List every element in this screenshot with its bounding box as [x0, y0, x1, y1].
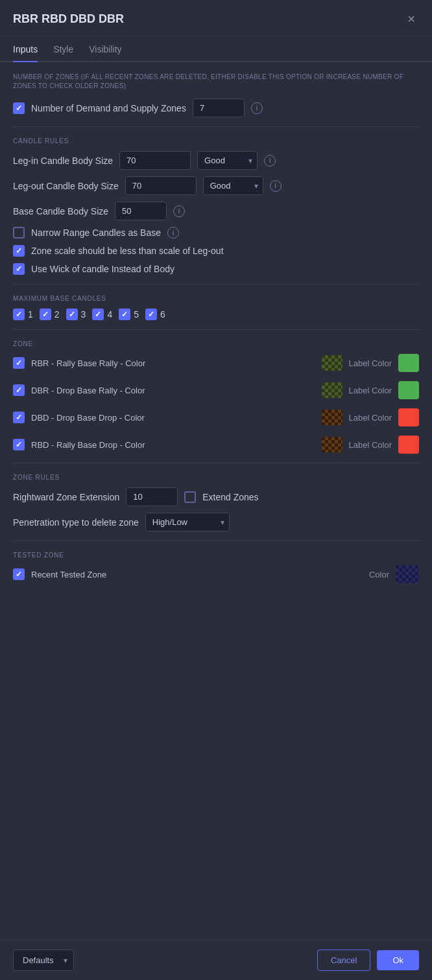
zone-rbd-row: ✓ RBD - Rally Base Drop - Color Label Co… [13, 436, 419, 454]
extend-zones-label: Extend Zones [202, 492, 258, 502]
leg-out-row: Leg-out Candle Body Size Good Great Exce… [13, 176, 419, 195]
tab-inputs[interactable]: Inputs [13, 36, 38, 62]
zone-rbd-label: RBD - Rally Base Drop - Color [31, 440, 315, 450]
cancel-button[interactable]: Cancel [317, 950, 370, 971]
recent-tested-label: Recent Tested Zone [31, 570, 363, 579]
zone-dbd-label-color-swatch[interactable] [398, 408, 419, 426]
zone-rbd-swatch-pattern [322, 437, 342, 452]
divider-3 [13, 329, 419, 330]
zones-count-info-icon[interactable]: i [251, 102, 263, 114]
rightward-row: Rightward Zone Extension Extend Zones [13, 487, 419, 506]
candle-6-checkbox[interactable]: ✓ [145, 309, 157, 320]
candle-numbers-row: ✓ 1 ✓ 2 ✓ 3 ✓ 4 [13, 309, 419, 320]
leg-out-select-wrap: Good Great Excellent [203, 176, 263, 195]
defaults-button[interactable]: Defaults [13, 950, 74, 971]
zone-scale-row: ✓ Zone scale should be less than scale o… [13, 245, 419, 257]
tabs-bar: Inputs Style Visibility [0, 36, 432, 62]
leg-in-select[interactable]: Good Great Excellent [197, 151, 258, 170]
candle-3-checkbox[interactable]: ✓ [66, 309, 78, 320]
base-candle-label: Base Candle Body Size [13, 206, 108, 216]
leg-out-select[interactable]: Good Great Excellent [203, 176, 263, 195]
divider-2 [13, 284, 419, 285]
leg-out-info-icon[interactable]: i [270, 180, 282, 192]
candle-3-label: 3 [81, 309, 86, 320]
zone-rbr-label-color-swatch[interactable] [398, 354, 419, 372]
zone-rbd-swatch[interactable] [322, 437, 342, 452]
tab-style[interactable]: Style [53, 36, 73, 62]
use-wick-checkmark: ✓ [16, 265, 22, 273]
penetration-row: Penetration type to delete zone High/Low… [13, 513, 419, 531]
tab-visibility[interactable]: Visibility [89, 36, 121, 62]
zone-dbd-label-color-text: Label Color [349, 413, 392, 423]
candle-5-label: 5 [134, 309, 139, 320]
base-candle-info-icon[interactable]: i [173, 205, 185, 217]
penetration-label: Penetration type to delete zone [13, 517, 139, 528]
candle-2-checkbox[interactable]: ✓ [40, 309, 51, 320]
rightward-input[interactable] [126, 487, 178, 506]
candle-num-5: ✓ 5 [119, 309, 139, 320]
zone-dbr-checkbox[interactable]: ✓ [13, 384, 25, 396]
zones-count-label: Number of Demand and Supply Zones [31, 103, 186, 113]
rightward-label: Rightward Zone Extension [13, 492, 119, 502]
zone-dbd-swatch[interactable] [322, 410, 342, 425]
candle-num-1: ✓ 1 [13, 309, 33, 320]
candle-rules-label: CANDLE RULES [13, 137, 419, 145]
use-wick-checkbox[interactable]: ✓ [13, 263, 25, 275]
candle-5-checkbox[interactable]: ✓ [119, 309, 130, 320]
recent-tested-checkbox[interactable]: ✓ [13, 568, 25, 580]
zones-notice: NUMBER OF ZONES (IF ALL RECENT ZONES ARE… [13, 73, 419, 91]
base-candle-input[interactable] [115, 202, 167, 220]
candle-num-2: ✓ 2 [40, 309, 60, 320]
leg-in-input[interactable] [119, 151, 191, 170]
zone-rbd-label-color-swatch[interactable] [398, 436, 419, 454]
zone-rbr-label: RBR - Rally Base Rally - Color [31, 358, 315, 368]
zone-dbd-swatch-pattern [322, 410, 342, 425]
leg-in-select-wrap: Good Great Excellent [197, 151, 258, 170]
zone-dbd-checkbox[interactable]: ✓ [13, 412, 25, 423]
zone-dbr-label-color-swatch[interactable] [398, 381, 419, 399]
close-button[interactable]: × [403, 10, 419, 28]
zones-count-checkbox[interactable]: ✓ [13, 102, 25, 114]
zone-rbr-swatch[interactable] [322, 355, 342, 371]
recent-tested-color-text: Color [369, 570, 389, 579]
zone-scale-label: Zone scale should be less than scale of … [31, 246, 224, 256]
zone-rbd-label-color-text: Label Color [349, 440, 392, 450]
leg-out-input[interactable] [125, 176, 197, 195]
zone-scale-checkbox[interactable]: ✓ [13, 245, 25, 257]
candle-num-4: ✓ 4 [92, 309, 112, 320]
narrow-range-row: Narrow Range Candles as Base i [13, 227, 419, 239]
zone-rbr-row: ✓ RBR - Rally Base Rally - Color Label C… [13, 354, 419, 372]
footer-right: Cancel Ok [317, 950, 419, 971]
ok-button[interactable]: Ok [377, 950, 419, 970]
zone-dbr-label-color-text: Label Color [349, 386, 392, 395]
zone-dbd-label: DBD - Drop Base Drop - Color [31, 413, 315, 423]
leg-out-label: Leg-out Candle Body Size [13, 181, 119, 191]
zone-dbr-swatch-pattern [322, 382, 342, 398]
candle-num-6: ✓ 6 [145, 309, 165, 320]
recent-tested-swatch[interactable] [396, 565, 419, 583]
zone-dbd-row: ✓ DBD - Drop Base Drop - Color Label Col… [13, 408, 419, 426]
zone-dbr-swatch[interactable] [322, 382, 342, 398]
dialog: RBR RBD DBD DBR × Inputs Style Visibilit… [0, 0, 432, 980]
candle-4-checkbox[interactable]: ✓ [92, 309, 104, 320]
penetration-select[interactable]: High/Low Close Open [145, 513, 230, 531]
zones-count-row: ✓ Number of Demand and Supply Zones i [13, 99, 419, 117]
leg-in-row: Leg-in Candle Body Size Good Great Excel… [13, 151, 419, 170]
recent-tested-swatch-pattern [396, 565, 419, 583]
narrow-range-info-icon[interactable]: i [167, 227, 179, 239]
zone-rbd-checkbox[interactable]: ✓ [13, 439, 25, 450]
zone-rules-label: ZONE RULES [13, 474, 419, 481]
zone-rbr-label-color-text: Label Color [349, 358, 392, 368]
zone-rbr-checkbox[interactable]: ✓ [13, 357, 25, 369]
zone-dbr-label: DBR - Drop Base Rally - Color [31, 386, 315, 395]
extend-zones-checkbox[interactable] [184, 491, 196, 503]
narrow-range-checkbox[interactable] [13, 227, 25, 239]
leg-in-info-icon[interactable]: i [264, 155, 276, 167]
zone-rbr-swatch-pattern [322, 355, 342, 371]
zones-count-input[interactable] [193, 99, 245, 117]
penetration-select-wrap: High/Low Close Open [145, 513, 230, 531]
candle-1-checkbox[interactable]: ✓ [13, 309, 25, 320]
zones-count-checkmark: ✓ [16, 104, 22, 112]
dialog-header: RBR RBD DBD DBR × [0, 0, 432, 36]
max-base-candles-label: MAXIMUM BASE CANDLES [13, 295, 419, 302]
